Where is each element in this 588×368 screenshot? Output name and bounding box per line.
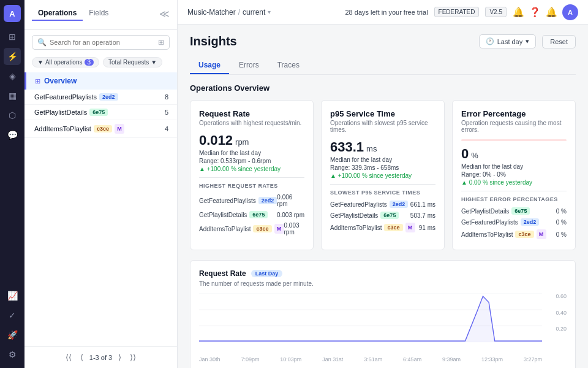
overview-item[interactable]: ⊞ Overview (24, 72, 177, 90)
tab-operations[interactable]: Operations (32, 6, 83, 21)
metric-label-2: Error Percentage (461, 109, 567, 118)
y-label-1: 0.40 (545, 310, 567, 316)
chart-header: Request Rate Last Day (199, 269, 567, 278)
chat-icon[interactable]: 💬 (4, 126, 21, 144)
pagination: ⟨⟨ ⟨ 1-3 of 3 ⟩ ⟩⟩ (24, 346, 177, 368)
x-label-3: Jan 31st (322, 356, 343, 362)
metric-label-1: p95 Service Time (330, 109, 435, 118)
collapse-sidebar-button[interactable]: ≪ (159, 8, 170, 20)
search-row: 🔍 ⊞ (24, 30, 177, 55)
bell-icon[interactable]: 🔔 (513, 7, 524, 18)
filter-icon-small: ▼ (37, 59, 43, 66)
x-label-6: 9:39am (442, 356, 461, 362)
main-content: Music-Matcher / current ▾ 28 days left i… (178, 0, 588, 368)
operation-item-2[interactable]: AddItemsToPlaylist c3ce M 4 (24, 120, 177, 138)
op-badge-2: c3ce (94, 125, 112, 132)
operation-item-1[interactable]: GetPlaylistDetails 6e75 5 (24, 105, 177, 120)
sidebar: Operations Fields ≪ 🔍 ⊞ ▼ All operations… (24, 0, 178, 368)
op-name-text-1: GetPlaylistDetails (34, 109, 87, 116)
content-tabs: Usage Errors Traces (190, 57, 576, 75)
search-input[interactable] (50, 39, 155, 46)
metric-list-row-1-0: GetFeaturedPlaylists 2ed2 661.1 ms (330, 199, 435, 210)
operation-item-0[interactable]: GetFeaturedPlaylists 2ed2 8 (24, 90, 177, 105)
trial-text: 28 days left in your free trial (345, 9, 428, 16)
y-label-2: 0.20 (545, 326, 567, 332)
op-name-text-2: AddItemsToPlaylist (34, 125, 91, 132)
y-label-0: 0.60 (545, 293, 567, 299)
rocket-icon[interactable]: 🚀 (4, 326, 21, 343)
topbar: Music-Matcher / current ▾ 28 days left i… (178, 0, 588, 25)
schema-icon[interactable]: ◈ (4, 67, 21, 85)
topbar-right: 28 days left in your free trial FEDERATE… (345, 4, 578, 20)
content-header: Insights 🕐 Last day ▾ Reset (190, 34, 576, 48)
section-title: Operations Overview (190, 83, 576, 93)
chart-xaxis: Jan 30th 7:09pm 10:03pm Jan 31st 3:51am … (199, 355, 567, 362)
next-page-button[interactable]: ⟩ (116, 351, 124, 363)
sidebar-tabs: Operations Fields (32, 6, 115, 21)
content-area: Insights 🕐 Last day ▾ Reset Usage Errors… (178, 25, 588, 368)
op-badge-0: 2ed2 (99, 93, 118, 101)
x-label-5: 6:45am (403, 356, 421, 362)
content-actions: 🕐 Last day ▾ Reset (479, 34, 576, 48)
overview-icon: ⊞ (35, 77, 40, 85)
tab-fields[interactable]: Fields (83, 6, 115, 21)
x-label-2: 10:03pm (280, 356, 301, 362)
time-range-button[interactable]: 🕐 Last day ▾ (479, 34, 537, 48)
user-avatar[interactable]: A (562, 4, 578, 20)
total-requests-label: Total Requests (108, 59, 149, 66)
metric-list-title-1: SLOWEST P95 SERVICE TIMES (330, 190, 435, 196)
x-label-8: 3:27pm (524, 356, 542, 362)
op-count-0: 8 (165, 93, 168, 101)
all-operations-filter[interactable]: ▼ All operations 3 (32, 57, 99, 67)
analytics-icon[interactable]: ▦ (4, 87, 21, 104)
first-page-button[interactable]: ⟨⟨ (63, 351, 74, 363)
reset-button[interactable]: Reset (542, 35, 576, 48)
clock-icon: 🕐 (486, 37, 494, 45)
metric-change-1: ▲ +100.00 % since yesterday (330, 172, 435, 179)
metric-unit-1: ms (366, 144, 377, 153)
breadcrumb-app: Music-Matcher (187, 8, 236, 17)
help-icon[interactable]: ❓ (529, 7, 541, 18)
x-label-0: Jan 30th (199, 356, 221, 362)
metric-range-2: Range: 0% - 0% (461, 171, 567, 178)
metric-list-row-2-1: GetFeaturedPlaylists 2ed2 0 % (461, 217, 567, 228)
metric-list-row-0-0: GetFeaturedPlaylists 2ed2 0.006 rpm (199, 192, 304, 209)
sidebar-header: Operations Fields ≪ (24, 0, 177, 30)
metric-value-1: 633.1 ms (330, 139, 435, 155)
last-page-button[interactable]: ⟩⟩ (127, 351, 138, 363)
tab-traces[interactable]: Traces (269, 57, 308, 74)
icon-rail: A ⊞ ⚡ ◈ ▦ ⬡ 💬 📈 ✓ 🚀 ⚙ (0, 0, 24, 368)
metric-card-request-rate: Request Rate Operations with highest req… (190, 100, 314, 250)
tab-errors[interactable]: Errors (230, 57, 268, 74)
entities-icon[interactable]: ⬡ (4, 107, 21, 124)
home-icon[interactable]: ⊞ (4, 28, 21, 45)
chart-area: 0.60 0.40 0.20 (199, 293, 567, 355)
metrics-row: Request Rate Operations with highest req… (190, 100, 576, 250)
total-requests-filter[interactable]: Total Requests ▼ (103, 57, 162, 67)
federated-badge: FEDERATED (434, 7, 480, 17)
error-bar (461, 139, 567, 141)
chevron-down-icon-time: ▾ (526, 37, 529, 45)
search-box: 🔍 ⊞ (32, 35, 170, 50)
svg-marker-4 (199, 296, 542, 342)
operations-icon[interactable]: ⚡ (4, 48, 21, 65)
prev-page-button[interactable]: ⟨ (78, 351, 86, 363)
check-icon[interactable]: ✓ (4, 307, 21, 324)
op-badge-1: 6e75 (89, 109, 108, 116)
notification-icon[interactable]: 🔔 (546, 7, 557, 18)
metric-list-title-2: HIGHEST ERROR PERCENTAGES (461, 196, 567, 202)
metric-card-error: Error Percentage Operation requests caus… (452, 100, 576, 250)
app-logo[interactable]: A (4, 5, 21, 22)
chart-desc: The number of requests made per minute. (199, 280, 567, 287)
metric-list-row-2-0: GetPlaylistDetails 6e75 0 % (461, 205, 567, 217)
metric-list-row-1-2: AddItemsToPlaylist c3ce M 91 ms (330, 221, 435, 234)
tab-usage[interactable]: Usage (190, 57, 229, 74)
metric-sub-1: Median for the last day (330, 156, 435, 163)
chart-icon[interactable]: 📈 (4, 287, 21, 304)
filter-icon[interactable]: ⊞ (158, 38, 164, 47)
metric-list-row-0-1: GetPlaylistDetails 6e75 0.003 rpm (199, 209, 304, 220)
x-label-7: 12:33pm (481, 356, 503, 362)
metric-card-p95: p95 Service Time Operations with slowest… (321, 100, 445, 250)
settings-icon[interactable]: ⚙ (4, 346, 21, 363)
breadcrumb-sep: / (238, 8, 240, 17)
